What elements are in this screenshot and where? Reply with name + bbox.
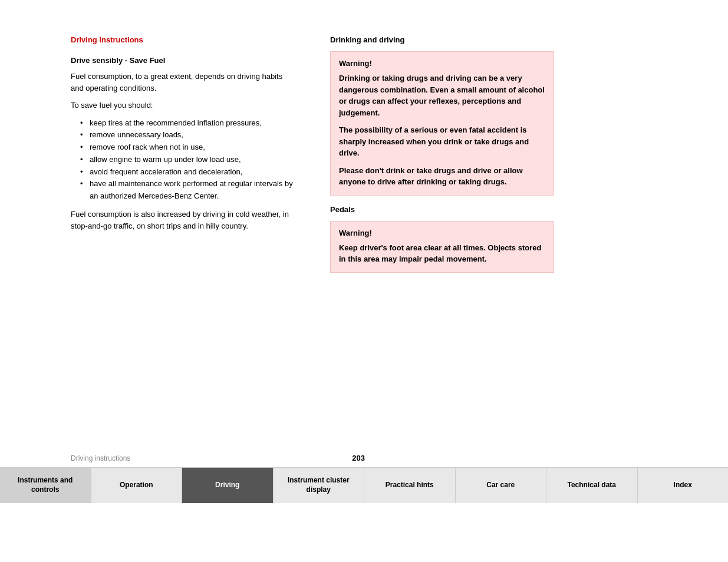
nav-tab[interactable]: Index (638, 468, 729, 503)
nav-tab[interactable]: Technical data (546, 468, 638, 503)
bullet-list: keep tires at the recommended inflation … (83, 117, 295, 203)
list-item: allow engine to warm up under low load u… (83, 154, 295, 166)
list-item: keep tires at the recommended inflation … (83, 117, 295, 130)
nav-tab[interactable]: Operation (91, 468, 183, 503)
warning1-title: Warning! (339, 59, 545, 68)
subsection-title: Drive sensibly - Save Fuel (71, 56, 295, 65)
section2-title: Pedals (330, 205, 554, 214)
list-item: avoid frequent acceleration and decelera… (83, 166, 295, 178)
right-column: Drinking and driving Warning! Drinking o… (330, 35, 554, 282)
left-column: Driving instructions Drive sensibly - Sa… (71, 35, 295, 282)
section1-title: Drinking and driving (330, 35, 554, 44)
nav-tab[interactable]: Instrument cluster display (274, 468, 365, 503)
closing-text: Fuel consumption is also increased by dr… (71, 209, 295, 232)
page-footer: Driving instructions 203 Instruments and… (0, 454, 728, 503)
footer-label: Driving instructions (71, 454, 130, 462)
warning2-title: Warning! (339, 229, 545, 237)
warning-box-1: Warning! Drinking or taking drugs and dr… (330, 51, 554, 196)
list-item: remove unnecessary loads, (83, 129, 295, 141)
warning1-text1: Drinking or taking drugs and driving can… (339, 72, 545, 118)
left-section-title: Driving instructions (71, 35, 295, 44)
page-number-row: Driving instructions 203 (0, 454, 728, 462)
nav-tabs: Instruments and controlsOperationDriving… (0, 467, 728, 503)
list-item: have all maintenance work performed at r… (83, 178, 295, 203)
nav-tab[interactable]: Practical hints (364, 468, 456, 503)
warning1-text3: Please don't drink or take drugs and dri… (339, 165, 545, 188)
nav-tab[interactable]: Instruments and controls (0, 468, 91, 503)
nav-tab[interactable]: Car care (456, 468, 547, 503)
page-number: 203 (352, 454, 365, 462)
warning2-text: Keep driver's foot area clear at all tim… (339, 242, 545, 265)
nav-tab[interactable]: Driving (182, 468, 274, 503)
intro-text-1: Fuel consumption, to a great extent, dep… (71, 71, 295, 94)
warning1-text2: The possibility of a serious or even fat… (339, 124, 545, 159)
list-item: remove roof rack when not in use, (83, 141, 295, 154)
intro-text-2: To save fuel you should: (71, 100, 295, 111)
warning-box-2: Warning! Keep driver's foot area clear a… (330, 221, 554, 273)
